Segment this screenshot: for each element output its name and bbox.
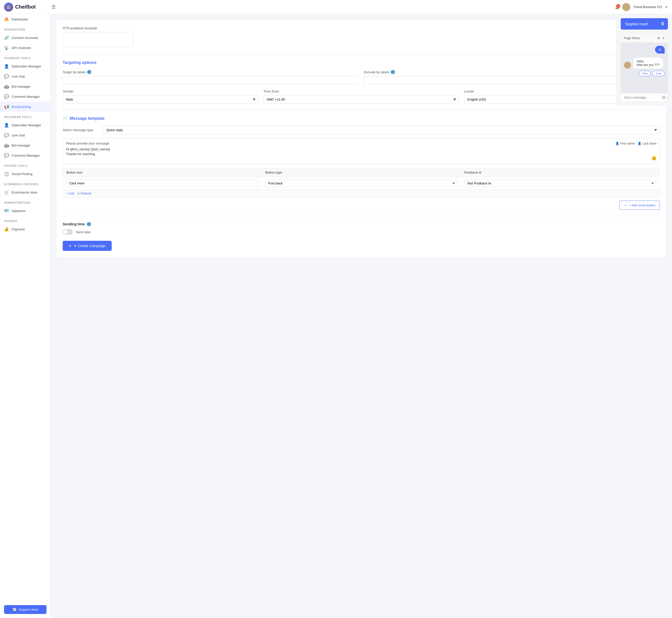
topbar: 🤖 Cheifbot ☰ 🔔 0 Trend Business CO ▼ xyxy=(0,0,672,14)
chat-message-input[interactable] xyxy=(624,96,662,99)
sidebar-item-label: Ecommerce store xyxy=(12,191,37,194)
quick-reply-fine[interactable]: Fine xyxy=(639,71,651,76)
button-text-input[interactable] xyxy=(67,180,258,187)
sidebar-item-appsumo[interactable]: 🪪 Appsumo xyxy=(0,206,50,216)
sidebar-item-fb-broadcast[interactable]: 📢 Broadcasting xyxy=(0,102,50,112)
add-more-button[interactable]: ＋ + Add more button xyxy=(620,201,660,210)
exclude-by-labels-input[interactable] xyxy=(364,76,660,84)
gender-label: Gender xyxy=(63,89,258,93)
layout: 🔥 Dashboard INTEGRATIONS 🔗 Connect Accou… xyxy=(0,14,672,618)
chevron-down-icon[interactable]: ▼ xyxy=(665,5,668,9)
social-icon: 📋 xyxy=(4,171,9,176)
message-template-icon: 📄 xyxy=(63,116,68,121)
chat-input-row: 🖼 🎭 😊 🔗 👍 xyxy=(621,93,668,102)
sidebar-item-ig-bot[interactable]: 🤖 Bot manager xyxy=(0,140,50,150)
toggle-knob xyxy=(63,230,68,234)
chat-msg-1: Hello, xyxy=(637,60,660,63)
sidebar-item-label: Appsumo xyxy=(12,209,25,213)
sidebar-item-fb-livechat[interactable]: 💬 Live chat xyxy=(0,71,50,81)
chat-preview-body: hi Hello, How are you ??? Fine Cool xyxy=(621,43,668,93)
message-textarea-wrapper: Please provide your message 👤 First name… xyxy=(63,138,660,164)
support-section: 🔄 Support desk xyxy=(0,605,50,614)
target-by-labels-input[interactable] xyxy=(63,76,359,84)
sidebar-item-ig-comment[interactable]: 💬 Comment Manager xyxy=(0,150,50,161)
chat-bubble-bot-wrapper: Hello, How are you ??? xyxy=(624,58,665,69)
first-name-tag[interactable]: 👤 First name xyxy=(615,141,635,145)
message-type-control: Quick reply Text Image xyxy=(103,126,660,134)
send-later-label: Send later xyxy=(76,230,91,234)
target-labels-info-icon[interactable]: i xyxy=(87,70,91,74)
ig-subscriber-icon: 👤 xyxy=(4,122,9,128)
target-by-labels-field: Target by labels i xyxy=(63,70,359,84)
otn-label: OTN postback template xyxy=(63,26,660,30)
sidebar-item-label: Connect Accounts xyxy=(12,36,38,40)
sidebar-item-fb-subscriber[interactable]: 👤 Subscriber Manager xyxy=(0,61,50,71)
sidebar-item-social-posting[interactable]: 📋 Social Posting xyxy=(0,169,50,179)
person-icon-2: 👤 xyxy=(638,142,642,145)
last-name-tag[interactable]: 👤 Last name xyxy=(638,141,657,145)
ecommerce-icon: 🛒 xyxy=(4,190,9,195)
button-actions-row: + Add ↻ Refresh xyxy=(63,190,660,197)
sidebar-item-ecommerce[interactable]: 🛒 Ecommerce store xyxy=(0,187,50,197)
targeted-reach-count: 0 xyxy=(661,21,664,26)
sidebar-item-label: Dashboard xyxy=(12,17,28,21)
payment-icon: 💰 xyxy=(4,227,9,232)
chat-greeting-wrapper: hi xyxy=(624,46,665,56)
timezone-field: Time Zone GMT +11.00 GMT +10.00 GMT +00.… xyxy=(263,89,459,104)
notification-bell[interactable]: 🔔 0 xyxy=(615,5,619,9)
add-link[interactable]: + Add xyxy=(67,192,74,195)
add-more-btn-wrapper: ＋ + Add more button xyxy=(63,201,660,210)
send-later-toggle[interactable] xyxy=(63,229,73,235)
targeted-reach-card: Targeted reach 0 xyxy=(621,18,668,29)
chat-quick-replies: Fine Cool xyxy=(624,71,665,76)
sidebar-item-connect-accounts[interactable]: 🔗 Connect Accounts xyxy=(0,32,50,43)
support-icon: 🔄 xyxy=(13,608,17,611)
support-desk-button[interactable]: 🔄 Support desk xyxy=(4,605,46,614)
settings-icon[interactable]: ⚙ xyxy=(657,36,660,40)
sidebar-item-fb-bot[interactable]: 🤖 Bot manager xyxy=(0,81,50,91)
sidebar-item-ig-livechat[interactable]: 💬 Live chat xyxy=(0,130,50,140)
sidebar-item-fb-comment[interactable]: 💬 Comment Manager xyxy=(0,91,50,102)
gif-icon[interactable]: 🎭 xyxy=(667,96,668,100)
chat-preview-header: Page Name ⚙ ✕ xyxy=(621,34,668,43)
sidebar-item-ig-subscriber[interactable]: 👤 Subscriber Manager xyxy=(0,120,50,130)
postback-id-select[interactable]: Test Postback te xyxy=(464,180,656,187)
targeted-reach-label: Targeted reach xyxy=(625,22,648,26)
message-type-label: Select message type xyxy=(63,128,98,132)
sidebar-item-payment[interactable]: 💰 Payment xyxy=(0,224,50,234)
button-type-select[interactable]: Post back URL Phone xyxy=(265,180,457,187)
emoji-button[interactable]: 😊 xyxy=(652,156,657,161)
sidebar-item-label: Live chat xyxy=(12,75,25,78)
sidebar-section-payment: PAYMENT xyxy=(0,216,50,224)
ig-livechat-icon: 💬 xyxy=(4,133,9,138)
targeting-bottom-row: Gender Male Female All Time Zone GMT +11… xyxy=(63,89,660,104)
otn-textarea[interactable] xyxy=(63,32,133,47)
main-card: OTN postback template Targeting options … xyxy=(57,20,666,257)
timezone-select[interactable]: GMT +11.00 GMT +10.00 GMT +00.00 xyxy=(263,95,459,104)
hamburger-button[interactable]: ☰ xyxy=(49,2,58,12)
notification-badge: 0 xyxy=(616,4,620,8)
chat-preview: Page Name ⚙ ✕ hi Hello, How are you ??? xyxy=(621,33,668,102)
exclude-by-labels-field: Exclude by labels i xyxy=(364,70,660,84)
image-icon[interactable]: 🖼 xyxy=(662,96,665,100)
ig-comment-icon: 💬 xyxy=(4,153,9,158)
exclude-labels-info-icon[interactable]: i xyxy=(391,70,395,74)
create-campaign-button[interactable]: ✈ ✈ Create Campaign xyxy=(63,241,112,251)
message-template-section: 📄 Message template Select message type Q… xyxy=(63,116,660,251)
chat-msg-2: How are you ??? xyxy=(637,63,660,67)
main-content: OTN postback template Targeting options … xyxy=(50,14,672,618)
sidebar-item-label: Comment Manager xyxy=(12,153,40,158)
bot-icon: 🤖 xyxy=(4,84,9,89)
refresh-link[interactable]: ↻ Refresh xyxy=(77,192,91,195)
api-icon: 📡 xyxy=(4,45,9,50)
postback-id-cell: Test Postback te xyxy=(461,177,660,190)
sending-time-info-icon[interactable]: i xyxy=(87,222,91,226)
quick-reply-cool[interactable]: Cool xyxy=(652,71,665,76)
gender-select[interactable]: Male Female All xyxy=(63,95,258,104)
plus-icon: ＋ xyxy=(624,203,627,207)
message-template-title: 📄 Message template xyxy=(63,116,660,121)
sidebar-item-dashboard[interactable]: 🔥 Dashboard xyxy=(0,14,50,24)
sidebar-item-api-channels[interactable]: 📡 API channels xyxy=(0,43,50,53)
message-type-select[interactable]: Quick reply Text Image xyxy=(103,126,660,134)
close-icon[interactable]: ✕ xyxy=(662,36,665,40)
